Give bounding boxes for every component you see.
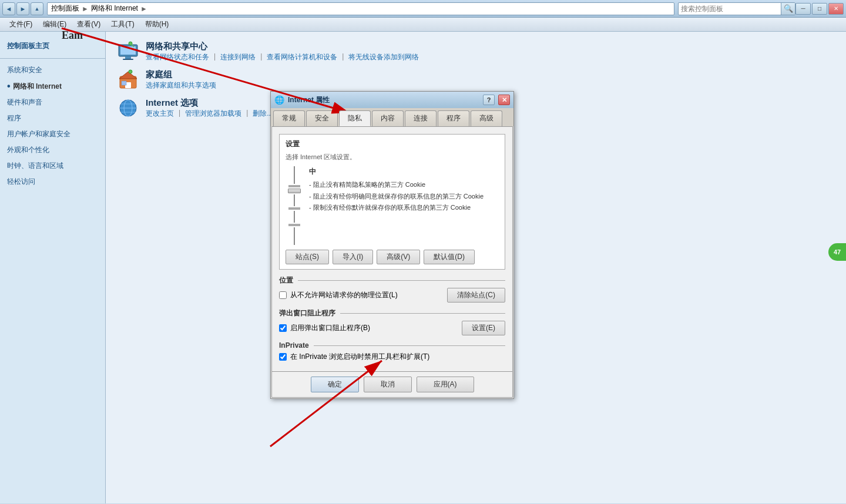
link-manage-addons[interactable]: 管理浏览器加载项 (185, 109, 241, 119)
tab-connections[interactable]: 连接 (405, 110, 437, 126)
tab-privacy[interactable]: 隐私 (339, 110, 371, 126)
svg-rect-1 (120, 46, 136, 55)
position-checkbox[interactable] (279, 291, 287, 299)
dialog-footer: 确定 取消 应用(A) (271, 372, 513, 398)
sidebar-item-network[interactable]: 网络和 Internet (0, 78, 105, 95)
inprivate-checkbox-label: 在 InPrivate 浏览启动时禁用工具栏和扩展(T) (290, 352, 429, 362)
up-button[interactable]: ▲ (31, 2, 43, 15)
sites-button[interactable]: 站点(S) (286, 250, 329, 264)
position-checkbox-row: 从不允许网站请求你的物理位置(L) 清除站点(C) (279, 288, 505, 303)
default-button[interactable]: 默认值(D) (424, 250, 475, 264)
link-view-computers[interactable]: 查看网络计算机和设备 (267, 52, 337, 62)
slider-thumb[interactable] (288, 189, 301, 193)
tab-general[interactable]: 常规 (273, 110, 305, 126)
cancel-button[interactable]: 取消 (364, 377, 412, 392)
title-bar-left: ◄ ► ▲ 控制面板 ► 网络和 Internet ► 🔍 (2, 2, 795, 15)
sidebar-home-link[interactable]: 控制面板主页 (0, 38, 105, 55)
dialog-title-bar: 🌐 Internet 属性 ? ✕ (271, 92, 513, 108)
title-bar: ◄ ► ▲ 控制面板 ► 网络和 Internet ► 🔍 ─ □ ✕ (0, 0, 846, 18)
position-checkbox-label: 从不允许网站请求你的物理位置(L) (290, 290, 398, 300)
dialog-help-button[interactable]: ? (483, 95, 495, 105)
popup-section: 弹出窗口阻止程序 启用弹出窗口阻止程序(B) 设置(E) (279, 308, 505, 335)
slider-container: 中 - 阻止没有精简隐私策略的第三方 Cookie - 阻止没有经你明确同意就保… (286, 166, 499, 245)
menu-bar: 文件(F) 编辑(E) 查看(V) 工具(T) 帮助(H) (0, 18, 846, 32)
menu-view[interactable]: 查看(V) (72, 18, 105, 31)
tab-content[interactable]: 内容 (372, 110, 404, 126)
position-section-label: 位置 (279, 275, 505, 285)
svg-rect-3 (123, 59, 133, 60)
slider-content: 中 - 阻止没有精简隐私策略的第三方 Cookie - 阻止没有经你明确同意就保… (309, 166, 499, 245)
sidebar-item-system[interactable]: 系统和安全 (0, 62, 105, 78)
slider-label: 中 (309, 166, 499, 177)
inprivate-section-label: InPrivate (279, 341, 505, 350)
menu-edit[interactable]: 编辑(E) (38, 18, 71, 31)
slider-track (286, 166, 303, 245)
search-input[interactable] (679, 5, 781, 13)
dialog-close-button[interactable]: ✕ (498, 95, 510, 105)
network-center-section: 网络和共享中心 查看网络状态和任务 | 连接到网络 | 查看网络计算机和设备 |… (118, 41, 834, 62)
breadcrumb: 控制面板 ► 网络和 Internet ► (47, 2, 674, 15)
green-badge: 47 (828, 243, 846, 261)
menu-tools[interactable]: 工具(T) (106, 18, 139, 31)
search-box: 🔍 (678, 2, 795, 15)
advanced-button[interactable]: 高级(V) (377, 250, 420, 264)
forward-button[interactable]: ► (16, 2, 29, 15)
sidebar-item-programs[interactable]: 程序 (0, 110, 105, 126)
sidebar-item-hardware[interactable]: 硬件和声音 (0, 95, 105, 110)
window-controls: ─ □ ✕ (795, 3, 844, 15)
inprivate-checkbox[interactable] (279, 353, 287, 361)
sidebar-item-accessibility[interactable]: 轻松访问 (0, 174, 105, 190)
breadcrumb-mid[interactable]: 网络和 Internet (91, 4, 138, 14)
sidebar-item-appearance[interactable]: 外观和个性化 (0, 142, 105, 158)
link-change-homepage[interactable]: 更改主页 (146, 109, 174, 119)
settings-section: 设置 选择 Internet 区域设置。 中 (279, 134, 505, 270)
clear-sites-button[interactable]: 清除站点(C) (447, 288, 505, 303)
link-homegroup-settings[interactable]: 选择家庭组和共享选项 (146, 80, 216, 90)
slider-item-1: - 阻止没有经你明确同意就保存你的联系信息的第三方 Cookie (309, 191, 499, 202)
dialog-tabs: 常规 安全 隐私 内容 连接 程序 高级 (271, 108, 513, 126)
network-center-icon (118, 41, 139, 62)
ok-button[interactable]: 确定 (311, 377, 359, 392)
restore-button[interactable]: □ (812, 3, 827, 15)
link-subtitle[interactable]: 查看网络状态和任务 (146, 52, 209, 62)
apply-button[interactable]: 应用(A) (417, 377, 474, 392)
tab-advanced[interactable]: 高级 (471, 110, 502, 126)
dialog-title-text: Internet 属性 (288, 95, 479, 105)
tab-security[interactable]: 安全 (306, 110, 338, 126)
menu-help[interactable]: 帮助(H) (140, 18, 174, 31)
homegroup-title: 家庭组 (146, 69, 216, 80)
svg-point-10 (129, 70, 132, 73)
back-button[interactable]: ◄ (2, 2, 15, 15)
link-add-wireless[interactable]: 将无线设备添加到网络 (348, 52, 419, 62)
popup-checkbox[interactable] (279, 324, 287, 332)
search-button[interactable]: 🔍 (781, 3, 795, 15)
network-center-info: 网络和共享中心 查看网络状态和任务 | 连接到网络 | 查看网络计算机和设备 |… (146, 41, 419, 62)
settings-title: 设置 (286, 139, 499, 149)
settings-desc: 选择 Internet 区域设置。 (286, 153, 499, 162)
inprivate-section: InPrivate 在 InPrivate 浏览启动时禁用工具栏和扩展(T) (279, 341, 505, 362)
popup-checkbox-label: 启用弹出窗口阻止程序(B) (290, 323, 370, 333)
tab-programs[interactable]: 程序 (438, 110, 469, 126)
menu-file[interactable]: 文件(F) (5, 18, 37, 31)
import-button[interactable]: 导入(I) (333, 250, 373, 264)
slider-buttons: 站点(S) 导入(I) 高级(V) 默认值(D) (286, 250, 499, 264)
sidebar-divider (0, 58, 105, 59)
breadcrumb-sep1: ► (82, 5, 89, 13)
sidebar-item-users[interactable]: 用户帐户和家庭安全 (0, 126, 105, 142)
slider-item-2: - 限制没有经你默许就保存你的联系信息的第三方 Cookie (309, 203, 499, 213)
homegroup-links: 选择家庭组和共享选项 (146, 80, 216, 90)
sidebar-item-clock[interactable]: 时钟、语言和区域 (0, 158, 105, 174)
homegroup-icon (118, 69, 139, 90)
internet-properties-dialog: 🌐 Internet 属性 ? ✕ 常规 安全 隐私 内容 连接 程序 高级 设… (270, 91, 514, 399)
position-section: 位置 从不允许网站请求你的物理位置(L) 清除站点(C) (279, 275, 505, 303)
popup-checkbox-row: 启用弹出窗口阻止程序(B) 设置(E) (279, 321, 505, 335)
link-connect[interactable]: 连接到网络 (220, 52, 256, 62)
minimize-button[interactable]: ─ (795, 3, 811, 15)
popup-settings-button[interactable]: 设置(E) (462, 321, 505, 335)
sidebar: 控制面板主页 系统和安全 网络和 Internet 硬件和声音 程序 用户帐户和… (0, 32, 106, 503)
badge-text: 47 (834, 248, 841, 256)
dialog-icon: 🌐 (274, 95, 284, 105)
close-window-button[interactable]: ✕ (828, 3, 844, 15)
breadcrumb-root[interactable]: 控制面板 (51, 4, 79, 14)
homegroup-info: 家庭组 选择家庭组和共享选项 (146, 69, 216, 90)
